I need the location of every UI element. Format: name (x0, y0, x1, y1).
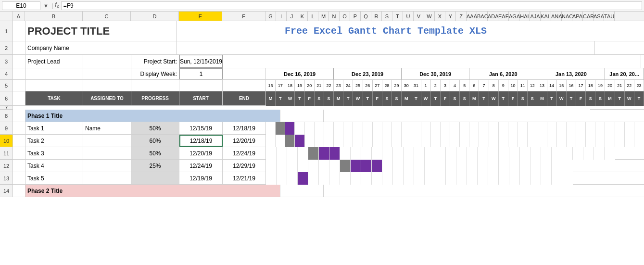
day-8: 8 (489, 80, 499, 91)
col-header-aa[interactable]: AAA (467, 12, 477, 21)
col-header-y[interactable]: Y (445, 12, 456, 21)
task3-progress: 50% (149, 150, 161, 157)
col-start-header: START (179, 91, 223, 105)
dl-T7: T (479, 91, 489, 106)
t1-g38 (634, 122, 644, 135)
task2-start-cell[interactable]: 12/18/19 (179, 135, 223, 147)
t2-g28 (537, 135, 547, 147)
cell-b1: PROJECT TITLE (25, 21, 177, 41)
cell-b2: Company Name (25, 41, 177, 54)
t4-g21 (488, 160, 499, 172)
phase2-title-cell: Phase 2 Title (25, 185, 280, 197)
task4-end: 12/29/19 (233, 163, 255, 169)
col-header-ad[interactable]: EAF (498, 12, 509, 21)
col-header-l[interactable]: L (308, 12, 318, 21)
day-21b: 21 (615, 80, 625, 91)
row-num-10: 10 (0, 135, 13, 147)
col-header-t[interactable]: T (392, 12, 403, 21)
t4-g15 (425, 160, 435, 172)
t5-g20 (478, 172, 488, 185)
t3-g28 (562, 147, 573, 160)
col-header-m[interactable]: M (318, 12, 329, 21)
col-header-ac[interactable]: ADA (488, 12, 498, 21)
cell-a12 (13, 160, 25, 172)
col-header-aj[interactable]: NAC (562, 12, 572, 21)
day-29: 29 (392, 80, 402, 91)
col-header-q[interactable]: Q (361, 12, 371, 21)
t3-g12 (393, 147, 404, 160)
col-header-d[interactable]: D (131, 12, 179, 21)
col-header-b[interactable]: B (25, 12, 83, 21)
col-header-n[interactable]: N (329, 12, 340, 21)
col-header-s[interactable]: S (382, 12, 392, 21)
col-header-c[interactable]: C (83, 12, 131, 21)
col-header-i[interactable]: I (276, 12, 287, 21)
day-30: 30 (402, 80, 411, 91)
col-header-an[interactable]: TAU (604, 12, 615, 21)
col-header-ai[interactable]: ANA (551, 12, 562, 21)
col-header-v[interactable]: V (414, 12, 424, 21)
end-header-label: END (239, 96, 249, 101)
col-header-k[interactable]: K (297, 12, 308, 21)
col-header-am[interactable]: ASA (593, 12, 604, 21)
dl-S9: S (586, 91, 595, 106)
t3-g8 (351, 147, 361, 160)
row-num-2: 2 (0, 41, 13, 55)
column-headers: A B C D E F G I J K L M N O P Q R S T U … (0, 12, 644, 21)
row-6: TASK ASSIGNED TO PROGRESS START END M T … (13, 91, 644, 106)
row-11-task3: Task 3 50% 12/20/19 12/24/19 (13, 147, 644, 160)
col-header-f[interactable]: F (222, 12, 265, 21)
t5-g25 (530, 172, 541, 185)
day-7: 7 (479, 80, 489, 91)
cell-c5 (83, 80, 131, 91)
t3-g6-purple (329, 147, 340, 160)
day-19b: 19 (595, 80, 605, 91)
t1-g14 (402, 122, 411, 135)
row-2: Company Name (13, 41, 644, 55)
col-header-af[interactable]: HAI (519, 12, 530, 21)
day-22: 22 (324, 80, 334, 91)
cell-e3-date[interactable]: Sun, 12/15/2019 (179, 55, 223, 68)
col-header-e[interactable]: E (179, 12, 222, 21)
formula-expand-btn[interactable]: ▼ (42, 3, 50, 9)
t1-g25 (508, 122, 518, 135)
t3-g20 (478, 147, 488, 160)
col-header-ak[interactable]: APA (572, 12, 583, 21)
col-header-u[interactable]: U (403, 12, 414, 21)
col-header-al[interactable]: CAR (583, 12, 593, 21)
t2-g9 (353, 135, 363, 147)
col-header-z[interactable]: Z (456, 12, 467, 21)
col-header-ag[interactable]: AJA (530, 12, 541, 21)
cell-reference[interactable] (2, 1, 40, 10)
page-header-title: Free Excel Gantt Chart Template XLS (178, 25, 593, 37)
col-header-ab[interactable]: BAC (477, 12, 488, 21)
col-header-ah[interactable]: KAL (541, 12, 551, 21)
t2-g25 (508, 135, 518, 147)
t2-g38 (634, 135, 644, 147)
col-header-r[interactable]: R (371, 12, 382, 21)
col-header-g[interactable]: G (265, 12, 276, 21)
grid-area: 1 2 3 4 5 6 7 8 9 10 11 12 13 14 PROJECT… (0, 21, 644, 197)
function-icon: fx (55, 1, 59, 9)
t1-g13 (392, 122, 402, 135)
col-task-header: TASK (25, 91, 83, 105)
col-header-w[interactable]: W (424, 12, 435, 21)
formula-input[interactable] (61, 1, 642, 10)
task2-start: 12/18/19 (190, 138, 213, 144)
task5-start-cell: 12/19/19 (179, 172, 223, 184)
t2-g7 (334, 135, 343, 147)
col-header-ae[interactable]: AGA (509, 12, 519, 21)
task5-name: Task 5 (27, 175, 44, 182)
cell-e4-week[interactable]: 1 (179, 68, 223, 79)
t5-g12 (393, 172, 404, 185)
t3-g18 (456, 147, 467, 160)
t3-g7 (340, 147, 351, 160)
col-header-a[interactable]: A (13, 12, 25, 21)
t3-g23 (509, 147, 520, 160)
col-header-o[interactable]: O (340, 12, 350, 21)
col-header-p[interactable]: P (350, 12, 361, 21)
task3-assigned-cell (83, 147, 131, 159)
col-header-x[interactable]: X (435, 12, 445, 21)
col-header-j[interactable]: J (287, 12, 297, 21)
task5-assigned-cell (83, 172, 131, 184)
